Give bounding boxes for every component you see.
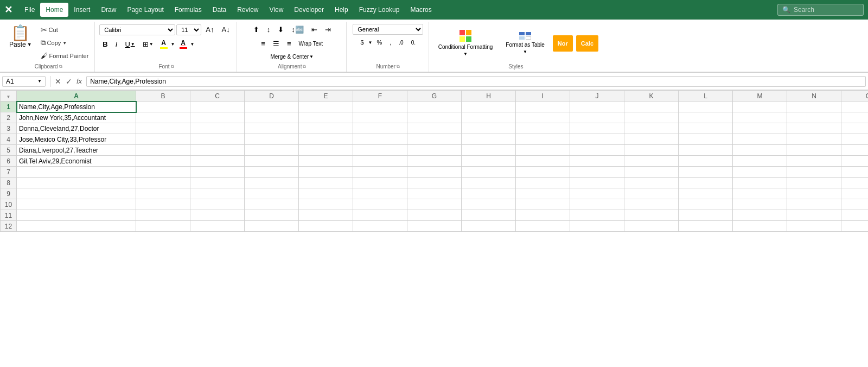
cell-A6[interactable]: Gil,Tel Aviv,29,Economist [17,156,136,167]
cell-A1[interactable]: Name,City,Age,Profession [17,102,136,112]
cell-E10[interactable] [299,199,353,210]
menu-item-data[interactable]: Data [207,3,232,17]
cell-H10[interactable] [462,199,516,210]
cell-B9[interactable] [136,188,190,199]
cell-J11[interactable] [570,210,624,221]
conditional-formatting-button[interactable]: Conditional Formatting ▼ [433,27,498,59]
cell-J2[interactable] [570,112,624,123]
cell-D10[interactable] [245,199,299,210]
alignment-expand-icon[interactable]: ⧉ [303,64,306,69]
underline-button[interactable]: U ▼ [122,39,138,50]
menu-item-fuzzy-lookup[interactable]: Fuzzy Lookup [354,3,405,17]
formula-input[interactable] [86,76,866,87]
cell-C3[interactable] [190,123,245,134]
borders-dropdown-icon[interactable]: ▼ [149,42,154,47]
decrease-font-button[interactable]: A↓ [219,24,233,35]
cell-J3[interactable] [570,123,624,134]
row-header-6[interactable]: 6 [1,156,17,167]
cell-E4[interactable] [299,134,353,145]
cell-O6[interactable] [841,156,869,167]
cell-F8[interactable] [353,178,407,188]
cell-G11[interactable] [407,210,462,221]
cell-A3[interactable]: Donna,Cleveland,27,Doctor [17,123,136,134]
cell-C9[interactable] [190,188,245,199]
col-header-O[interactable]: O [841,91,869,102]
row-header-10[interactable]: 10 [1,199,17,210]
cell-B4[interactable] [136,134,190,145]
align-left-button[interactable]: ≡ [258,38,269,49]
cell-C7[interactable] [190,167,245,178]
cell-F1[interactable] [353,102,407,112]
row-header-1[interactable]: 1 [1,102,17,112]
cell-G4[interactable] [407,134,462,145]
cell-O8[interactable] [841,178,869,188]
cell-N4[interactable] [787,134,841,145]
format-painter-button[interactable]: 🖌 Format Painter [38,50,92,61]
text-direction-button[interactable]: ↕🔤 [288,24,307,35]
highlight-color-button[interactable]: A [158,38,170,50]
merge-dropdown-icon[interactable]: ▼ [309,54,314,59]
cell-E1[interactable] [299,102,353,112]
cell-O3[interactable] [841,123,869,134]
col-header-I[interactable]: I [516,91,570,102]
comma-button[interactable]: , [386,37,394,47]
cell-L2[interactable] [679,112,733,123]
cell-M2[interactable] [733,112,787,123]
cell-N9[interactable] [787,188,841,199]
cell-K9[interactable] [624,188,679,199]
copy-button[interactable]: ⧉ Copy ▼ [38,37,92,49]
cell-J12[interactable] [570,221,624,232]
cell-N7[interactable] [787,167,841,178]
cell-E8[interactable] [299,178,353,188]
row-header-8[interactable]: 8 [1,178,17,188]
cell-M7[interactable] [733,167,787,178]
cell-M8[interactable] [733,178,787,188]
accounting-dropdown-icon[interactable]: ▼ [368,40,373,45]
menu-item-view[interactable]: View [264,3,289,17]
cell-I4[interactable] [516,134,570,145]
cell-D4[interactable] [245,134,299,145]
cell-J4[interactable] [570,134,624,145]
cell-D3[interactable] [245,123,299,134]
row-header-7[interactable]: 7 [1,167,17,178]
cell-O7[interactable] [841,167,869,178]
cell-F11[interactable] [353,210,407,221]
cancel-formula-icon[interactable]: ✕ [55,77,61,86]
cell-B6[interactable] [136,156,190,167]
cell-N3[interactable] [787,123,841,134]
number-format-select[interactable]: General [353,24,423,35]
cell-C5[interactable] [190,145,245,156]
cell-K5[interactable] [624,145,679,156]
cell-H12[interactable] [462,221,516,232]
cell-E6[interactable] [299,156,353,167]
cell-N12[interactable] [787,221,841,232]
cell-K7[interactable] [624,167,679,178]
cell-N6[interactable] [787,156,841,167]
cell-G10[interactable] [407,199,462,210]
cell-M12[interactable] [733,221,787,232]
cell-H7[interactable] [462,167,516,178]
cell-K8[interactable] [624,178,679,188]
cell-B8[interactable] [136,178,190,188]
borders-button[interactable]: ⊞ ▼ [139,39,157,50]
cell-F9[interactable] [353,188,407,199]
cell-H2[interactable] [462,112,516,123]
menu-item-file[interactable]: File [19,3,40,17]
cell-E3[interactable] [299,123,353,134]
cell-O10[interactable] [841,199,869,210]
cell-H9[interactable] [462,188,516,199]
row-header-9[interactable]: 9 [1,188,17,199]
cell-O5[interactable] [841,145,869,156]
cell-E7[interactable] [299,167,353,178]
col-header-N[interactable]: N [787,91,841,102]
paste-button[interactable]: 📋 Paste ▼ [5,24,36,50]
cut-button[interactable]: ✂ Cut [38,24,92,36]
menu-item-page-layout[interactable]: Page Layout [122,3,169,17]
decrease-indent-button[interactable]: ⇤ [308,24,321,35]
merge-center-button[interactable]: Merge & Center ▼ [267,52,317,61]
cell-N5[interactable] [787,145,841,156]
align-top-button[interactable]: ⬆ [250,24,263,35]
cell-F10[interactable] [353,199,407,210]
cell-C6[interactable] [190,156,245,167]
cell-N8[interactable] [787,178,841,188]
